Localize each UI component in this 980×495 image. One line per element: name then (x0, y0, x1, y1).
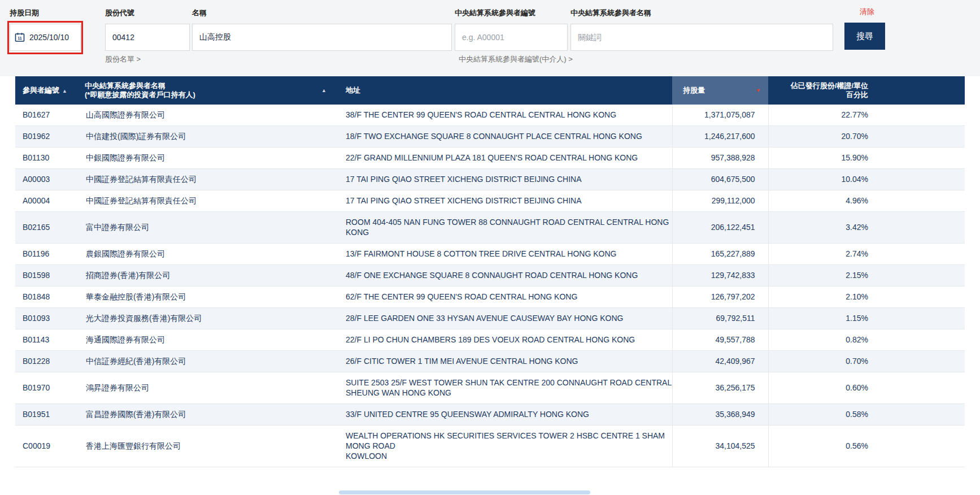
participant-id-cell: B01196 (15, 244, 85, 265)
header-participant-id[interactable]: 參與者編號▲ (15, 76, 85, 105)
participant-name-cell: 招商證券(香港)有限公司 (85, 265, 339, 286)
participant-name-cell: 華泰金融控股(香港)有限公司 (85, 286, 339, 308)
header-participant-id-label: 參與者編號 (23, 86, 59, 94)
participant-name-cell: 富昌證券國際(香港)有限公司 (85, 404, 339, 425)
field-group-stock-name: 名稱 (192, 8, 452, 51)
table-row: B01130中銀國際證券有限公司22/F GRAND MILLENNIUM PL… (15, 147, 965, 169)
filler-cell (873, 212, 965, 244)
filler-cell (873, 372, 965, 404)
participant-id-cell: B01598 (15, 265, 85, 286)
participant-id-cell: C00019 (15, 425, 85, 467)
percent-cell: 20.70% (768, 126, 873, 147)
table-row: A00003中國証券登記結算有限責任公司17 TAI PING QIAO STR… (15, 169, 965, 190)
participant-id-cell: B02165 (15, 212, 85, 244)
percent-cell: 10.04% (768, 169, 873, 190)
header-filler (873, 76, 965, 105)
search-button[interactable]: 搜尋 (844, 23, 885, 50)
table-row: B01093光大證券投資服務(香港)有限公司28/F LEE GARDEN ON… (15, 308, 965, 329)
table-row: B01962中信建投(國際)証券有限公司18/F TWO EXCHANGE SQ… (15, 126, 965, 147)
header-shareholding-label: 持股量 (683, 86, 705, 95)
participant-id-cell: B01848 (15, 286, 85, 308)
participant-name-cell: 中國証券登記結算有限責任公司 (85, 169, 339, 190)
svg-text:11: 11 (18, 36, 22, 40)
filler-cell (873, 190, 965, 212)
stock-list-link[interactable]: 股份名單 > (105, 54, 141, 64)
clear-link[interactable]: 清除 (860, 7, 874, 17)
horizontal-scrollbar[interactable] (339, 490, 590, 494)
sort-asc-icon: ▲ (321, 86, 326, 95)
field-group-participant-id: 中央結算系統參與者編號 (455, 8, 568, 51)
participant-id-label: 中央結算系統參與者編號 (455, 8, 568, 18)
shareholding-cell: 34,104,525 (672, 425, 768, 467)
participant-name-cell: 海通國際證券有限公司 (85, 329, 339, 351)
results-table-body: B01627山高國際證券有限公司38/F THE CENTER 99 QUEEN… (15, 105, 965, 467)
participant-name-cell: 光大證券投資服務(香港)有限公司 (85, 308, 339, 329)
percent-cell: 0.82% (768, 329, 873, 351)
percent-cell: 2.10% (768, 286, 873, 308)
participant-name-cell: 中信建投(國際)証券有限公司 (85, 126, 339, 147)
address-cell: WEALTH OPERATIONS HK SECURITIES SERVICES… (339, 425, 672, 467)
address-cell: 22/F GRAND MILLENNIUM PLAZA 181 QUEEN'S … (339, 147, 672, 169)
percent-cell: 2.74% (768, 244, 873, 265)
participant-name-input[interactable] (570, 24, 833, 51)
shareholding-date-label: 持股日期 (10, 8, 81, 18)
percent-cell: 2.15% (768, 265, 873, 286)
participant-name-label: 中央結算系統參與者名稱 (570, 8, 833, 18)
filler-cell (873, 286, 965, 308)
participant-name-cell: 農銀國際證券有限公司 (85, 244, 339, 265)
stock-code-input[interactable] (105, 24, 190, 51)
participant-id-cell: B01627 (15, 105, 85, 126)
table-row: B01970鴻昇證券有限公司SUITE 2503 25/F WEST TOWER… (15, 372, 965, 404)
address-cell: 33/F UNITED CENTRE 95 QUEENSWAY ADMIRALT… (339, 404, 672, 425)
address-cell: 17 TAI PING QIAO STREET XICHENG DISTRICT… (339, 169, 672, 190)
address-cell: 62/F THE CENTER 99 QUEEN'S ROAD CENTRAL … (339, 286, 672, 308)
participant-id-input[interactable] (455, 24, 568, 51)
search-form: 持股日期 11 2025/10/10 股份代號 (0, 0, 980, 76)
filler-cell (873, 404, 965, 425)
header-percent: 佔已發行股份/權證/單位 百分比 (768, 76, 873, 105)
address-cell: 13/F FAIRMONT HOUSE 8 COTTON TREE DRIVE … (339, 244, 672, 265)
shareholding-cell: 42,409,967 (672, 351, 768, 372)
participant-id-cell: B01130 (15, 147, 85, 169)
table-row: A00004中國証券登記結算有限責任公司17 TAI PING QIAO STR… (15, 190, 965, 212)
participant-name-cell: 中信証券經紀(香港)有限公司 (85, 351, 339, 372)
filler-cell (873, 308, 965, 329)
stock-name-label: 名稱 (192, 8, 452, 18)
field-group-participant-name: 中央結算系統參與者名稱 (570, 8, 833, 51)
shareholding-cell: 299,112,000 (672, 190, 768, 212)
percent-cell: 0.60% (768, 372, 873, 404)
address-cell: 48/F ONE EXCHANGE SQUARE 8 CONNAUGHT ROA… (339, 265, 672, 286)
filler-cell (873, 244, 965, 265)
table-header-row: 參與者編號▲ 中央結算系統參與者名稱 (*即願意披露的投資者戶口持有人) ▲ 地… (15, 76, 965, 105)
participant-list-link[interactable]: 中央結算系統參與者編號(中介人) > (459, 54, 573, 64)
address-cell: 18/F TWO EXCHANGE SQUARE 8 CONNAUGHT PLA… (339, 126, 672, 147)
shareholding-date-input[interactable]: 11 2025/10/10 (10, 24, 81, 51)
shareholding-cell: 126,797,202 (672, 286, 768, 308)
participant-name-cell: 山高國際證券有限公司 (85, 105, 339, 126)
address-cell: 38/F THE CENTER 99 QUEEN'S ROAD CENTRAL … (339, 105, 672, 126)
ccass-shareholding-search-page: 持股日期 11 2025/10/10 股份代號 (0, 0, 980, 495)
shareholding-date-value: 2025/10/10 (29, 33, 69, 42)
participant-id-cell: B01951 (15, 404, 85, 425)
percent-cell: 22.77% (768, 105, 873, 126)
stock-name-input[interactable] (192, 24, 452, 51)
address-cell: 28/F LEE GARDEN ONE 33 HYSAN AVENUE CAUS… (339, 308, 672, 329)
shareholding-cell: 165,227,889 (672, 244, 768, 265)
header-shareholding[interactable]: 持股量 ▼ (672, 76, 768, 105)
address-cell: 22/F LI PO CHUN CHAMBERS 189 DES VOEUX R… (339, 329, 672, 351)
sort-asc-icon: ▲ (62, 88, 67, 94)
filler-cell (873, 265, 965, 286)
participant-name-cell: 香港上海匯豐銀行有限公司 (85, 425, 339, 467)
table-row: B01598招商證券(香港)有限公司48/F ONE EXCHANGE SQUA… (15, 265, 965, 286)
shareholding-cell: 1,246,217,600 (672, 126, 768, 147)
header-participant-name[interactable]: 中央結算系統參與者名稱 (*即願意披露的投資者戶口持有人) ▲ (85, 76, 339, 105)
stock-code-label: 股份代號 (105, 8, 190, 18)
results-table: 參與者編號▲ 中央結算系統參與者名稱 (*即願意披露的投資者戶口持有人) ▲ 地… (15, 76, 965, 467)
address-cell: 26/F CITIC TOWER 1 TIM MEI AVENUE CENTRA… (339, 351, 672, 372)
sort-desc-icon: ▼ (756, 86, 761, 95)
filler-cell (873, 329, 965, 351)
shareholding-cell: 206,122,451 (672, 212, 768, 244)
participant-id-cell: A00004 (15, 190, 85, 212)
filler-cell (873, 126, 965, 147)
participant-id-cell: B01228 (15, 351, 85, 372)
